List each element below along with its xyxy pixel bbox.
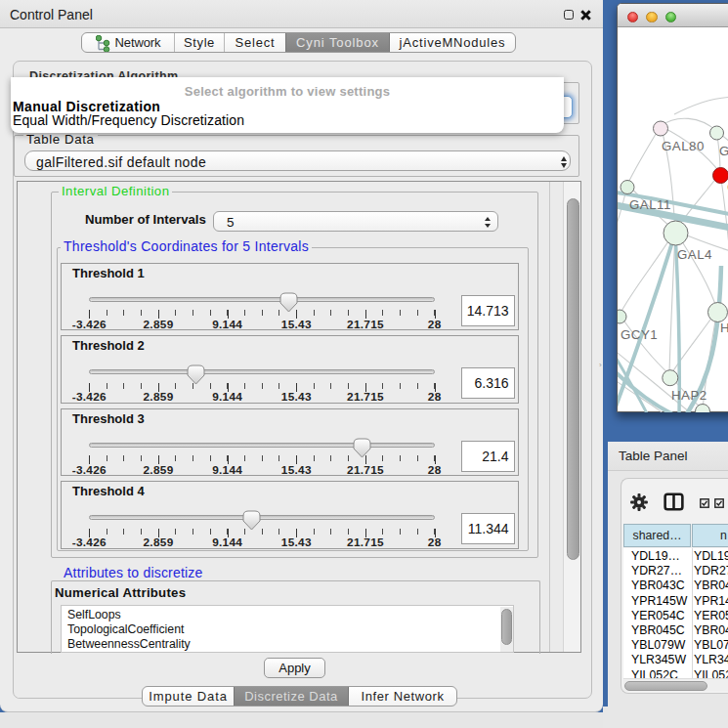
svg-text:GAL80: GAL80 xyxy=(662,139,705,153)
svg-text:H: H xyxy=(720,321,728,335)
svg-text:GAL4: GAL4 xyxy=(677,247,712,262)
svg-text:HAP2: HAP2 xyxy=(671,388,707,403)
svg-text:GA: GA xyxy=(719,144,728,158)
svg-text:GAL11: GAL11 xyxy=(629,197,671,212)
svg-text:GCY1: GCY1 xyxy=(621,327,658,342)
